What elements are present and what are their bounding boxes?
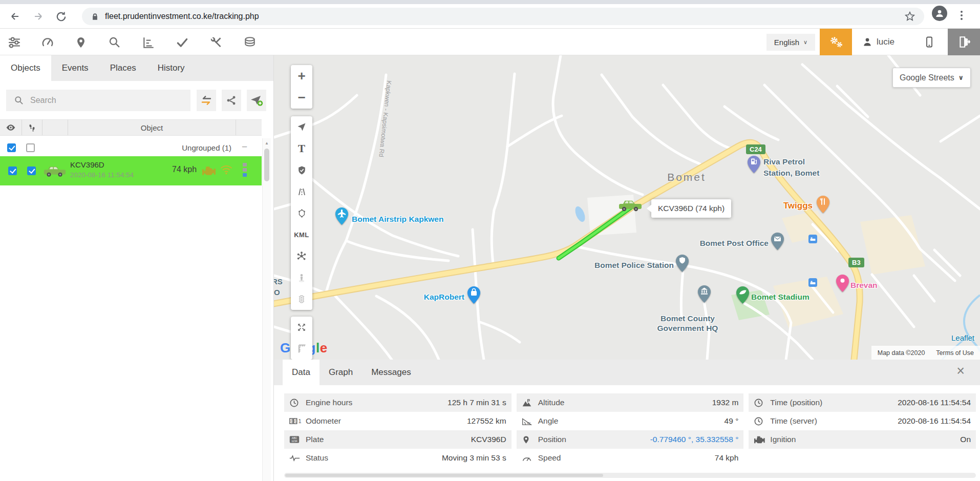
tab-objects[interactable]: Objects — [0, 55, 51, 81]
svg-text:0: 0 — [295, 419, 297, 424]
data-row-position: Position -0.779460 °, 35.332558 ° — [517, 430, 744, 449]
status-pulse-icon — [289, 455, 306, 462]
routes-tool[interactable] — [291, 181, 312, 202]
kml-tool[interactable]: KML — [291, 224, 312, 245]
clock-icon — [754, 416, 770, 426]
polygon-tool[interactable] — [291, 202, 312, 224]
browser-menu-icon[interactable] — [961, 9, 963, 22]
settings-gears-button[interactable] — [820, 29, 852, 55]
map-layer-value: Google Streets — [900, 73, 954, 82]
vehicle-marker[interactable] — [618, 198, 643, 213]
tab-history[interactable]: History — [147, 55, 196, 81]
zoom-out-button[interactable]: − — [291, 87, 312, 108]
logout-button[interactable] — [948, 29, 980, 55]
post-office-pin — [771, 232, 784, 250]
user-menu[interactable]: lucie — [862, 29, 894, 55]
group-visibility-checkbox[interactable] — [7, 143, 16, 152]
reports-chart-icon[interactable] — [141, 35, 155, 49]
map-layer-select[interactable]: Google Streets ∨ — [892, 68, 971, 88]
layers-stack-icon[interactable] — [243, 35, 257, 49]
reload-objects-button[interactable] — [197, 90, 216, 111]
browser-profile-avatar[interactable] — [932, 6, 947, 21]
svg-text:45°: 45° — [527, 421, 531, 424]
tab-messages[interactable]: Messages — [362, 360, 420, 385]
settings-sliders-icon[interactable] — [7, 35, 21, 49]
data-row-ignition: Ignition On — [749, 430, 976, 449]
bookmark-star-icon[interactable] — [903, 10, 917, 23]
scrollbar-thumb[interactable] — [285, 474, 603, 477]
geofence-shield-tool[interactable] — [291, 159, 312, 181]
leaflet-attribution-link[interactable]: Leaflet — [951, 333, 974, 342]
group-follow-checkbox[interactable] — [26, 143, 35, 152]
browser-toolbar: fleet.prudentinvestment.co.ke/tracking.p… — [0, 4, 980, 29]
vehicle-car-icon — [43, 164, 67, 178]
zoom-control: + − — [291, 65, 312, 109]
follow-column-header[interactable] — [22, 120, 42, 135]
map-marker-icon[interactable] — [74, 35, 88, 49]
close-icon[interactable]: × — [956, 364, 965, 378]
sidebar: Objects Events Places History Object — [0, 55, 274, 481]
visibility-column-header[interactable] — [0, 120, 22, 135]
riva-fuel-pin — [747, 155, 761, 174]
map-canvas[interactable]: Bomet Kapkwen - Kapsimotwa Rd RS O Bomet… — [274, 55, 980, 360]
poi-label-stadium: Bomet Stadium — [751, 292, 809, 302]
fullscreen-button[interactable] — [291, 317, 312, 338]
forward-icon[interactable] — [32, 10, 45, 23]
language-label: English — [774, 38, 799, 47]
tab-events[interactable]: Events — [51, 55, 99, 81]
road-badge-b3: B3 — [848, 258, 864, 267]
cluster-tool[interactable] — [291, 245, 312, 267]
group-row-ungrouped[interactable]: Ungrouped (1) − — [0, 140, 262, 156]
sidebar-scrollbar[interactable]: ▲ — [262, 138, 271, 481]
object-visibility-checkbox[interactable] — [8, 166, 17, 175]
username: lucie — [877, 37, 894, 47]
tasks-check-icon[interactable] — [175, 35, 189, 49]
bottom-panel-scrollbar[interactable] — [284, 473, 976, 478]
poi-label-riva-1: Riva Petrol — [763, 157, 805, 166]
object-column-header[interactable]: Object — [68, 120, 236, 135]
zoom-search-icon[interactable] — [108, 35, 121, 49]
data-row-engine-hours: Engine hours 125 h 7 min 31 s — [284, 393, 512, 412]
language-select[interactable]: English ∨ — [766, 34, 815, 51]
dashboard-gauge-icon[interactable] — [40, 35, 54, 49]
mobile-phone-icon[interactable] — [922, 34, 937, 50]
data-row-plate: ABC1234 Plate KCV396D — [284, 430, 512, 449]
data-column-2: Altitude 1932 m 45° Angle 49 ° Position … — [517, 393, 744, 467]
traffic-tool[interactable] — [291, 288, 312, 310]
odometer-icon: 001 — [289, 417, 306, 425]
object-follow-checkbox[interactable] — [27, 166, 36, 175]
scroll-up-icon[interactable]: ▲ — [263, 141, 271, 145]
object-datetime: 2020-08-16 11:54:54 — [70, 171, 134, 179]
share-button[interactable] — [222, 90, 241, 111]
pan-cursor-tool[interactable] — [291, 116, 312, 138]
tab-data[interactable]: Data — [283, 360, 319, 385]
svg-text:1: 1 — [299, 418, 302, 424]
tab-graph[interactable]: Graph — [319, 360, 362, 385]
clock-icon — [754, 398, 770, 408]
swap-arrows-icon — [200, 94, 212, 107]
text-label-tool[interactable]: T — [291, 138, 312, 159]
tab-places[interactable]: Places — [99, 55, 147, 81]
send-command-button[interactable] — [247, 90, 266, 111]
object-name: KCV396D — [70, 160, 104, 169]
position-link[interactable]: -0.779460 °, 35.332558 ° — [650, 435, 739, 444]
zoom-in-button[interactable]: + — [291, 65, 312, 87]
back-icon[interactable] — [8, 10, 22, 23]
data-row-time-position: Time (position) 2020-08-16 11:54:54 — [749, 393, 976, 412]
data-row-status: Status Moving 3 min 53 s — [284, 449, 512, 467]
object-speed: 74 kph — [172, 165, 197, 174]
scrollbar-thumb[interactable] — [264, 149, 269, 181]
collapse-group-icon[interactable]: − — [242, 141, 247, 153]
bottom-panel: Data Graph Messages × Engine hours 125 h… — [274, 360, 980, 481]
street-view-tool[interactable] — [291, 267, 312, 288]
search-input[interactable] — [30, 96, 190, 105]
refresh-icon[interactable] — [54, 10, 68, 23]
terms-of-use-link[interactable]: Terms of Use — [936, 349, 974, 357]
chevron-down-icon: ∨ — [958, 74, 964, 81]
user-icon — [862, 37, 872, 47]
vehicle-tooltip-text: KCV396D (74 kph) — [658, 204, 725, 213]
url-bar[interactable]: fleet.prudentinvestment.co.ke/tracking.p… — [82, 8, 924, 25]
tools-icon[interactable] — [209, 35, 223, 49]
object-row-kcv396d[interactable]: KCV396D 2020-08-16 11:54:54 74 kph — [0, 156, 262, 185]
ruler-tool[interactable] — [291, 338, 312, 360]
